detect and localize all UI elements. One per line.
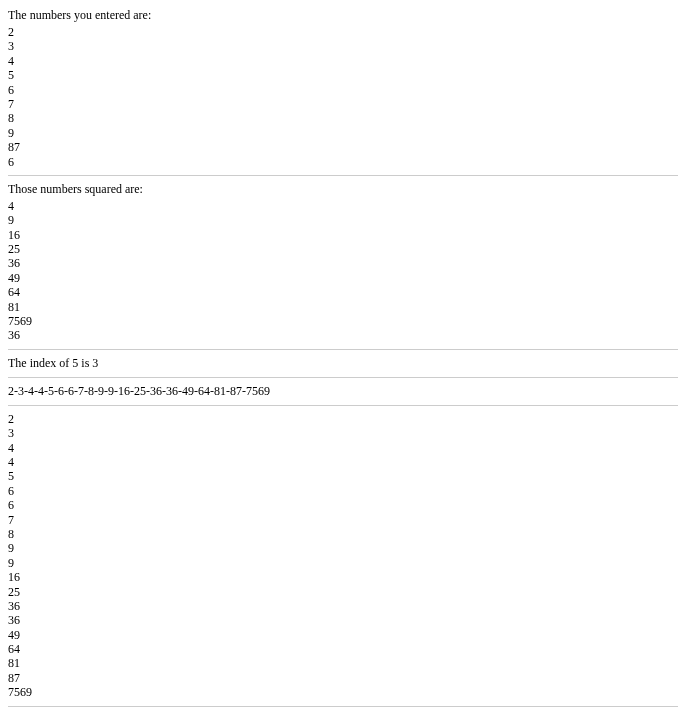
sorted-number-item: 36 [8, 599, 678, 613]
index-of-text: The index of 5 is 3 [8, 356, 678, 371]
divider [8, 175, 678, 176]
squared-numbers-list: 49162536496481756936 [8, 199, 678, 343]
sorted-number-item: 5 [8, 469, 678, 483]
entered-number-item: 5 [8, 68, 678, 82]
entered-number-item: 7 [8, 97, 678, 111]
entered-number-item: 3 [8, 39, 678, 53]
entered-number-item: 6 [8, 83, 678, 97]
sorted-number-item: 16 [8, 570, 678, 584]
squared-number-item: 25 [8, 242, 678, 256]
squared-number-item: 81 [8, 300, 678, 314]
entered-number-item: 6 [8, 155, 678, 169]
sorted-number-item: 25 [8, 585, 678, 599]
sorted-number-item: 6 [8, 498, 678, 512]
sorted-number-item: 49 [8, 628, 678, 642]
sorted-number-item: 9 [8, 556, 678, 570]
sorted-number-item: 3 [8, 426, 678, 440]
squared-number-item: 64 [8, 285, 678, 299]
divider [8, 349, 678, 350]
sorted-numbers-section: 2344566789916253636496481877569 [8, 412, 678, 700]
divider [8, 405, 678, 406]
entered-numbers-list: 23456789876 [8, 25, 678, 169]
sorted-number-item: 36 [8, 613, 678, 627]
entered-number-item: 2 [8, 25, 678, 39]
squared-number-item: 36 [8, 328, 678, 342]
entered-number-item: 87 [8, 140, 678, 154]
sorted-number-item: 2 [8, 412, 678, 426]
squared-number-item: 49 [8, 271, 678, 285]
entered-number-item: 8 [8, 111, 678, 125]
squared-number-item: 9 [8, 213, 678, 227]
entered-numbers-section: The numbers you entered are: 23456789876 [8, 8, 678, 169]
sorted-number-item: 4 [8, 455, 678, 469]
sorted-number-item: 6 [8, 484, 678, 498]
sorted-number-item: 4 [8, 441, 678, 455]
sorted-number-item: 7 [8, 513, 678, 527]
joined-sorted-text: 2-3-4-4-5-6-6-7-8-9-9-16-25-36-36-49-64-… [8, 384, 678, 399]
squared-number-item: 7569 [8, 314, 678, 328]
divider [8, 377, 678, 378]
entered-numbers-heading: The numbers you entered are: [8, 8, 678, 23]
sorted-number-item: 8 [8, 527, 678, 541]
sorted-number-item: 9 [8, 541, 678, 555]
entered-number-item: 4 [8, 54, 678, 68]
squared-number-item: 36 [8, 256, 678, 270]
sorted-number-item: 87 [8, 671, 678, 685]
squared-numbers-section: Those numbers squared are: 4916253649648… [8, 182, 678, 343]
sorted-numbers-list: 2344566789916253636496481877569 [8, 412, 678, 700]
sorted-number-item: 81 [8, 656, 678, 670]
entered-number-item: 9 [8, 126, 678, 140]
squared-number-item: 4 [8, 199, 678, 213]
sorted-number-item: 7569 [8, 685, 678, 699]
squared-numbers-heading: Those numbers squared are: [8, 182, 678, 197]
sorted-number-item: 64 [8, 642, 678, 656]
squared-number-item: 16 [8, 228, 678, 242]
divider [8, 706, 678, 707]
